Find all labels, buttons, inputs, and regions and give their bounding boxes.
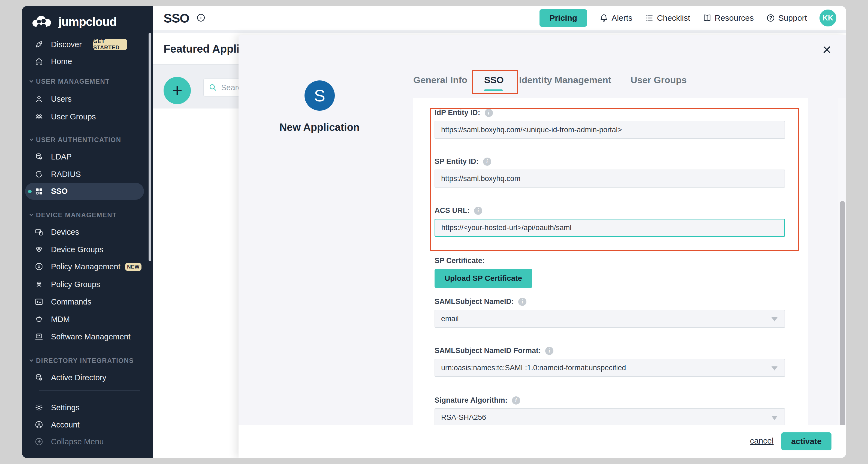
sidebar-item-ldap[interactable]: LDAP [22,148,153,165]
tab-identity-management[interactable]: Identity Management [519,75,611,85]
saml-subject-nameid-label: SAMLSubject NameID: [435,298,514,306]
info-icon[interactable]: i [483,158,491,166]
sp-entity-id-label: SP Entity ID: [435,157,479,166]
sidebar-item-commands[interactable]: Commands [22,293,153,311]
account-circle-icon [35,421,43,429]
sidebar-item-discover[interactable]: Discover [22,36,153,53]
application-avatar: S [305,81,335,111]
support-label: Support [778,13,807,23]
active-directory-icon [35,373,43,382]
acs-url-label: ACS URL: [435,206,470,215]
application-name: New Application [251,122,388,133]
user-group-icon [35,112,43,121]
jumpcloud-logo[interactable]: jumpcloud [30,14,116,29]
checklist-label: Checklist [657,13,690,23]
home-icon [35,57,43,66]
sso-tab-annotation-box [472,70,518,94]
activate-button[interactable]: activate [781,432,832,451]
main-area: SSO Pricing Alerts Checklist Resources [153,6,846,458]
tab-general-info[interactable]: General Info [413,75,467,85]
sp-entity-id-input[interactable] [435,169,785,188]
modal-scrollbar-track[interactable] [838,98,846,425]
add-application-button[interactable]: + [163,77,191,104]
sidebar-item-users[interactable]: Users [22,90,153,108]
info-icon[interactable] [196,13,206,24]
info-icon[interactable]: i [474,207,482,215]
apple-icon [35,315,43,323]
sidebar-item-software-management[interactable]: Software Management [22,328,153,345]
sidebar-item-devices[interactable]: Devices [22,223,153,241]
saml-subject-nameid-group: SAMLSubject NameID: i email [435,298,785,328]
devices-icon [35,228,43,236]
modal-scrollbar-thumb[interactable] [840,201,845,458]
chevron-down-icon [29,214,33,216]
signature-algorithm-value: RSA-SHA256 [441,413,486,422]
alerts-button[interactable]: Alerts [599,13,632,23]
close-icon[interactable]: × [819,41,835,58]
sidebar-item-label: SSO [51,187,68,196]
policy-groups-icon [35,280,43,289]
question-circle-icon [766,13,775,22]
user-avatar[interactable]: KK [819,9,836,26]
new-application-modal: × S New Application General Info SSO Ide… [239,35,846,458]
cancel-button[interactable]: cancel [750,436,774,445]
ldap-database-icon [35,152,43,161]
sidebar-section-directory-integrations[interactable]: DIRECTORY INTEGRATIONS [29,357,134,365]
upload-sp-certificate-button[interactable]: Upload SP Certificate [435,269,532,288]
sidebar-item-account[interactable]: Account [22,416,153,433]
page-title-wrap: SSO [163,11,206,26]
sidebar-item-label: LDAP [51,152,72,161]
user-icon [35,95,43,103]
arrow-left-circle-icon [35,437,43,446]
tab-user-groups[interactable]: User Groups [630,75,687,85]
sidebar-item-user-groups[interactable]: User Groups [22,108,153,125]
pricing-button[interactable]: Pricing [539,9,587,27]
sidebar-item-policy-groups[interactable]: Policy Groups [22,276,153,293]
sidebar-item-active-directory[interactable]: Active Directory [22,369,153,386]
sidebar-section-device-management[interactable]: DEVICE MANAGEMENT [29,211,117,219]
sidebar-section-user-authentication[interactable]: USER AUTHENTICATION [29,136,121,144]
resources-button[interactable]: Resources [703,13,754,23]
top-bar: SSO Pricing Alerts Checklist Resources [153,6,846,30]
bell-icon [599,13,608,22]
acs-url-group: ACS URL: i [435,206,785,237]
support-button[interactable]: Support [766,13,807,23]
saml-subject-nameid-select[interactable]: email [435,310,785,328]
info-icon[interactable]: i [485,109,493,117]
sidebar-item-label: MDM [51,315,70,324]
sidebar-item-home[interactable]: Home [22,53,153,70]
active-indicator-dot [28,190,32,193]
sidebar-item-label: Home [51,57,72,66]
sidebar-item-sso[interactable]: SSO [25,183,144,200]
acs-url-input[interactable] [435,219,785,237]
checklist-button[interactable]: Checklist [645,13,690,23]
sidebar-item-label: Account [51,421,80,429]
grid-icon [35,187,43,196]
sidebar-scrollbar-thumb[interactable] [149,33,151,261]
idp-entity-id-input[interactable] [435,121,785,139]
sidebar-item-label: Commands [51,298,91,306]
sidebar-item-collapse-menu[interactable]: Collapse Menu [22,433,153,451]
sidebar-section-user-management[interactable]: USER MANAGEMENT [29,78,110,86]
info-icon[interactable]: i [512,396,520,405]
sidebar-item-label: Collapse Menu [51,437,103,446]
sidebar: jumpcloud Discover GET STARTED Home USER… [22,6,153,458]
saml-subject-nameid-format-value: urn:oasis:names:tc:SAML:1.0:nameid-forma… [441,364,626,372]
signature-algorithm-select[interactable]: RSA-SHA256 [435,408,785,426]
sidebar-item-label: Discover [51,40,82,49]
sidebar-item-device-groups[interactable]: Device Groups [22,241,153,258]
sidebar-item-label: RADIUS [51,170,81,179]
saml-subject-nameid-value: email [441,315,459,323]
info-icon[interactable]: i [518,298,526,306]
sidebar-item-mdm[interactable]: MDM [22,311,153,328]
info-icon[interactable]: i [545,347,553,355]
gauge-icon [35,170,43,179]
sidebar-item-radius[interactable]: RADIUS [22,165,153,183]
sidebar-item-settings[interactable]: Settings [22,399,153,416]
saml-subject-nameid-format-select[interactable]: urn:oasis:names:tc:SAML:1.0:nameid-forma… [435,359,785,377]
idp-entity-id-label: IdP Entity ID: [435,109,480,117]
chevron-down-icon [29,138,33,141]
idp-entity-id-group: IdP Entity ID: i [435,109,785,139]
sp-entity-id-group: SP Entity ID: i [435,157,785,188]
laptop-apps-icon [35,332,43,341]
